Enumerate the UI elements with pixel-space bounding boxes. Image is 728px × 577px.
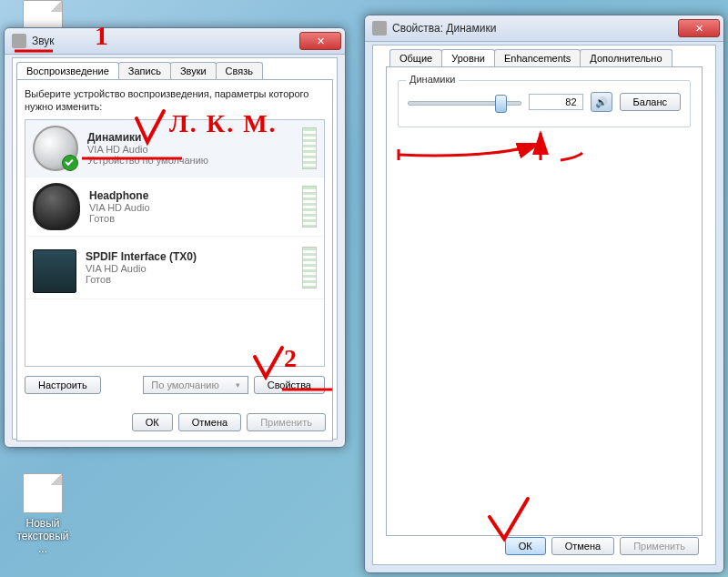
configure-button[interactable]: Настроить — [25, 376, 101, 394]
device-driver: VIA HD Audio — [86, 263, 297, 274]
ok-button[interactable]: ОК — [505, 537, 546, 555]
tab-sounds[interactable]: Звуки — [170, 62, 217, 79]
device-driver: VIA HD Audio — [89, 202, 297, 213]
icon-label: Новый текстовый ... — [11, 517, 75, 555]
mute-button[interactable]: 🔊 — [591, 92, 612, 112]
tab-advanced[interactable]: Дополнительно — [580, 49, 672, 66]
level-meter — [302, 186, 317, 228]
properties-button[interactable]: Свойства — [254, 376, 325, 394]
tab-strip: Воспроизведение Запись Звуки Связь — [16, 62, 337, 79]
tab-communications[interactable]: Связь — [216, 62, 263, 79]
device-driver: VIA HD Audio — [87, 144, 297, 155]
level-meter — [302, 127, 317, 169]
sound-window: Звук ✕ Воспроизведение Запись Звуки Связ… — [4, 27, 346, 448]
volume-value[interactable]: 82 — [529, 94, 583, 110]
device-name: Headphone — [89, 189, 297, 202]
tab-levels[interactable]: Уровни — [441, 49, 495, 66]
apply-button[interactable]: Применить — [247, 413, 326, 431]
dropdown-label: По умолчанию — [151, 380, 218, 390]
volume-slider[interactable] — [408, 93, 521, 111]
file-icon — [23, 473, 63, 513]
group-label: Динамики — [406, 74, 459, 85]
volume-group: Динамики 82 🔊 Баланс — [398, 80, 691, 127]
tab-panel: Выберите устройство воспроизведения, пар… — [16, 79, 333, 441]
desktop: Windows ... Новый текстовый ... Звук ✕ В… — [0, 0, 728, 577]
tab-panel: Динамики 82 🔊 Баланс — [386, 66, 703, 536]
headphone-icon — [33, 183, 80, 230]
tab-general[interactable]: Общие — [389, 49, 442, 66]
tab-playback[interactable]: Воспроизведение — [16, 62, 119, 79]
level-meter — [302, 247, 317, 288]
dialog-buttons: ОК Отмена Применить — [132, 413, 326, 431]
default-check-icon — [62, 155, 78, 171]
apply-button[interactable]: Применить — [620, 537, 699, 555]
client-area: Воспроизведение Запись Звуки Связь Выбер… — [12, 57, 338, 440]
window-title: Звук — [32, 35, 299, 47]
device-name: SPDIF Interface (TX0) — [86, 250, 297, 263]
close-button[interactable]: ✕ — [299, 32, 341, 50]
window-title: Свойства: Динамики — [392, 22, 678, 35]
default-dropdown[interactable]: По умолчанию — [143, 376, 248, 394]
desktop-icon[interactable]: Новый текстовый ... — [11, 473, 75, 555]
device-item-speakers[interactable]: Динамики VIA HD Audio Устройство по умол… — [25, 120, 324, 177]
speaker-icon — [372, 21, 387, 35]
client-area: Общие Уровни Enhancements Дополнительно … — [372, 45, 716, 565]
titlebar[interactable]: Свойства: Динамики ✕ — [365, 15, 723, 42]
sound-icon — [12, 34, 26, 48]
tab-recording[interactable]: Запись — [118, 62, 171, 79]
close-button[interactable]: ✕ — [678, 19, 720, 37]
device-status: Готов — [86, 274, 297, 285]
cancel-button[interactable]: Отмена — [551, 537, 614, 555]
speaker-sound-icon: 🔊 — [595, 96, 608, 108]
device-status: Устройство по умолчанию — [87, 155, 297, 166]
ok-button[interactable]: ОК — [132, 413, 173, 431]
titlebar[interactable]: Звук ✕ — [5, 28, 345, 55]
tab-strip: Общие Уровни Enhancements Дополнительно — [389, 49, 715, 66]
device-item-spdif[interactable]: SPDIF Interface (TX0) VIA HD Audio Готов — [25, 237, 324, 299]
device-list[interactable]: Динамики VIA HD Audio Устройство по умол… — [25, 119, 325, 367]
tab-enhancements[interactable]: Enhancements — [494, 49, 581, 66]
cancel-button[interactable]: Отмена — [178, 413, 241, 431]
balance-button[interactable]: Баланс — [620, 93, 681, 111]
dialog-buttons: ОК Отмена Применить — [505, 537, 699, 555]
hint-text: Выберите устройство воспроизведения, пар… — [25, 87, 325, 114]
device-status: Готов — [89, 213, 297, 224]
spdif-icon — [33, 249, 76, 293]
device-item-headphone[interactable]: Headphone VIA HD Audio Готов — [25, 177, 324, 237]
device-name: Динамики — [87, 131, 297, 144]
properties-window: Свойства: Динамики ✕ Общие Уровни Enhanc… — [364, 15, 724, 573]
speaker-icon — [33, 126, 78, 171]
slider-thumb[interactable] — [495, 95, 507, 113]
